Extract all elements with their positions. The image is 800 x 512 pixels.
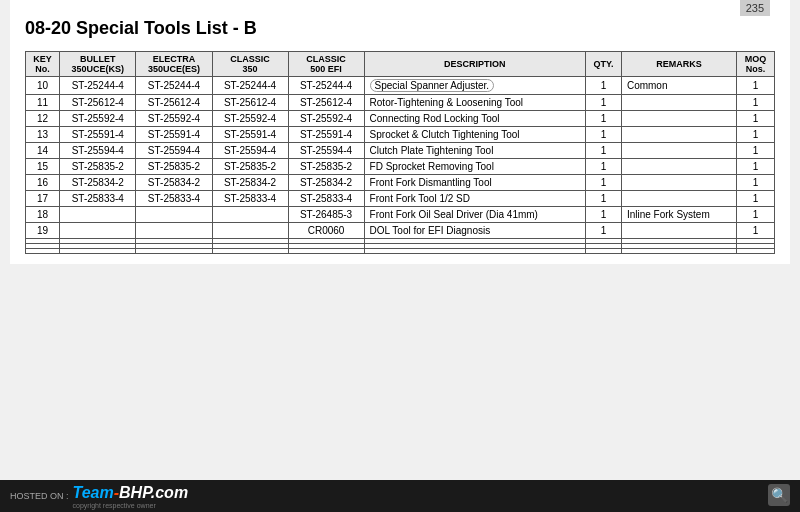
table-cell xyxy=(585,249,621,254)
table-cell: ST-25591-4 xyxy=(212,127,288,143)
table-cell: ST-25833-4 xyxy=(212,191,288,207)
table-cell xyxy=(60,249,136,254)
table-cell: ST-25835-2 xyxy=(136,159,212,175)
team-text: Team xyxy=(73,484,114,501)
table-cell: 10 xyxy=(26,77,60,95)
table-cell: ST-25833-4 xyxy=(136,191,212,207)
table-cell xyxy=(136,249,212,254)
page-title: 08-20 Special Tools List - B xyxy=(25,18,775,39)
table-row: 15ST-25835-2ST-25835-2ST-25835-2ST-25835… xyxy=(26,159,775,175)
table-cell: 1 xyxy=(737,191,775,207)
table-cell: 19 xyxy=(26,223,60,239)
table-cell: 1 xyxy=(585,77,621,95)
logo-text: Team-BHP.com xyxy=(73,484,189,501)
table-cell: ST-25594-4 xyxy=(288,143,364,159)
table-cell: 1 xyxy=(737,159,775,175)
table-cell: 1 xyxy=(585,175,621,191)
table-row: 11ST-25612-4ST-25612-4ST-25612-4ST-25612… xyxy=(26,95,775,111)
table-cell: Front Fork Tool 1/2 SD xyxy=(364,191,585,207)
table-header-row: KEYNo. BULLET350UCE(KS) ELECTRA350UCE(ES… xyxy=(26,52,775,77)
table-cell xyxy=(621,111,736,127)
table-cell: 1 xyxy=(585,95,621,111)
table-cell xyxy=(364,249,585,254)
table-cell: ST-25833-4 xyxy=(60,191,136,207)
table-cell: 13 xyxy=(26,127,60,143)
table-cell xyxy=(621,223,736,239)
table-cell: ST-25594-4 xyxy=(136,143,212,159)
table-cell: ST-25244-4 xyxy=(288,77,364,95)
table-cell: 17 xyxy=(26,191,60,207)
col-key: KEYNo. xyxy=(26,52,60,77)
table-cell: ST-25612-4 xyxy=(288,95,364,111)
table-cell: ST-25835-2 xyxy=(288,159,364,175)
table-cell xyxy=(212,223,288,239)
table-cell: 1 xyxy=(585,111,621,127)
table-cell xyxy=(26,249,60,254)
col-bullet: BULLET350UCE(KS) xyxy=(60,52,136,77)
table-cell: ST-25244-4 xyxy=(136,77,212,95)
table-cell: CR0060 xyxy=(288,223,364,239)
col-qty: QTY. xyxy=(585,52,621,77)
table-cell: ST-25835-2 xyxy=(60,159,136,175)
table-cell xyxy=(621,159,736,175)
table-cell: ST-25612-4 xyxy=(60,95,136,111)
col-remarks: REMARKS xyxy=(621,52,736,77)
table-row xyxy=(26,249,775,254)
table-cell: Connecting Rod Locking Tool xyxy=(364,111,585,127)
table-cell: ST-25835-2 xyxy=(212,159,288,175)
table-row: 19CR0060DOL Tool for EFI Diagnosis11 xyxy=(26,223,775,239)
table-cell: 1 xyxy=(737,207,775,223)
table-cell: ST-25592-4 xyxy=(212,111,288,127)
table-cell: ST-25244-4 xyxy=(212,77,288,95)
table-cell: Clutch Plate Tightening Tool xyxy=(364,143,585,159)
copyright-text: copyright respective owner xyxy=(73,502,189,509)
table-cell: 14 xyxy=(26,143,60,159)
table-cell: ST-25592-4 xyxy=(60,111,136,127)
table-cell xyxy=(212,207,288,223)
table-cell: Common xyxy=(621,77,736,95)
table-row: 17ST-25833-4ST-25833-4ST-25833-4ST-25833… xyxy=(26,191,775,207)
table-cell: ST-25833-4 xyxy=(288,191,364,207)
col-description: DESCRIPTION xyxy=(364,52,585,77)
table-cell: ST-25591-4 xyxy=(60,127,136,143)
table-cell: FD Sprocket Removing Tool xyxy=(364,159,585,175)
table-cell xyxy=(621,175,736,191)
table-cell xyxy=(621,249,736,254)
table-cell: ST-25834-2 xyxy=(136,175,212,191)
hosted-on-label: HOSTED ON : xyxy=(10,491,69,501)
table-cell: 1 xyxy=(585,207,621,223)
table-cell: 1 xyxy=(585,143,621,159)
team-bhp-logo: Team-BHP.com copyright respective owner xyxy=(73,484,189,509)
table-cell: 16 xyxy=(26,175,60,191)
table-cell: DOL Tool for EFI Diagnosis xyxy=(364,223,585,239)
table-cell: 15 xyxy=(26,159,60,175)
table-cell: ST-26485-3 xyxy=(288,207,364,223)
table-cell: 1 xyxy=(737,175,775,191)
table-cell: ST-25594-4 xyxy=(212,143,288,159)
table-cell: ST-25591-4 xyxy=(136,127,212,143)
table-cell: Special Spanner Adjuster. xyxy=(364,77,585,95)
col-classic350: CLASSIC350 xyxy=(212,52,288,77)
tools-table: KEYNo. BULLET350UCE(KS) ELECTRA350UCE(ES… xyxy=(25,51,775,254)
table-row: 18ST-26485-3Front Fork Oil Seal Driver (… xyxy=(26,207,775,223)
table-body: 10ST-25244-4ST-25244-4ST-25244-4ST-25244… xyxy=(26,77,775,254)
table-cell: 1 xyxy=(737,143,775,159)
table-cell: ST-25834-2 xyxy=(288,175,364,191)
table-cell: 18 xyxy=(26,207,60,223)
table-cell xyxy=(621,127,736,143)
table-cell: ST-25244-4 xyxy=(60,77,136,95)
table-cell: Rotor-Tightening & Loosening Tool xyxy=(364,95,585,111)
table-row: 14ST-25594-4ST-25594-4ST-25594-4ST-25594… xyxy=(26,143,775,159)
table-cell: 1 xyxy=(737,111,775,127)
table-cell xyxy=(60,223,136,239)
table-cell: 1 xyxy=(585,223,621,239)
zoom-icon[interactable]: 🔍 xyxy=(768,484,790,506)
table-cell: ST-25594-4 xyxy=(60,143,136,159)
table-cell: 1 xyxy=(585,191,621,207)
footer-bar: HOSTED ON : Team-BHP.com copyright respe… xyxy=(0,480,800,512)
table-cell: ST-25834-2 xyxy=(212,175,288,191)
table-row: 10ST-25244-4ST-25244-4ST-25244-4ST-25244… xyxy=(26,77,775,95)
table-row: 16ST-25834-2ST-25834-2ST-25834-2ST-25834… xyxy=(26,175,775,191)
page-number: 235 xyxy=(740,0,770,16)
table-cell: ST-25612-4 xyxy=(136,95,212,111)
